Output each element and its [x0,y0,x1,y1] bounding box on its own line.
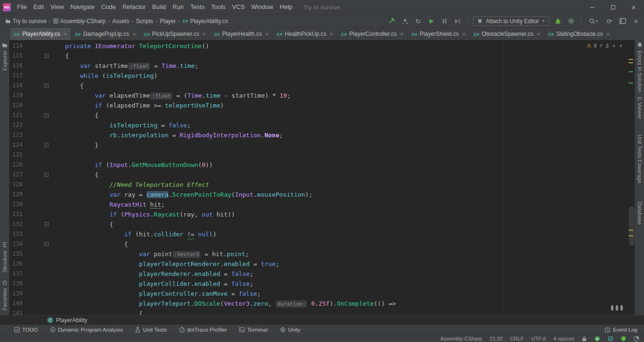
debug-bug-icon[interactable] [553,17,562,25]
menu-window[interactable]: Window [248,0,276,14]
menu-code[interactable]: Code [98,0,119,14]
line-number[interactable]: 124 [9,140,23,150]
code-text[interactable]: } [50,140,99,150]
code-text[interactable]: playerTeleportRenderer.enabled = true; [50,259,279,269]
build-hammer-icon[interactable] [387,17,396,25]
code-text[interactable]: { [50,309,143,315]
sync-solution-icon[interactable]: ⟳ [605,17,614,25]
toolwindow-button-dynamic-program-analysis[interactable]: Dynamic Program Analysis [50,327,123,333]
breadcrumb-item[interactable]: Player [158,18,177,25]
line-number[interactable]: 136 [9,259,23,269]
line-number[interactable]: 139 [9,289,23,299]
line-number[interactable]: 128 [9,180,23,190]
tab-playercontroller[interactable]: C#PlayerController.cs× [338,28,408,40]
analysis-status-icon[interactable] [594,336,600,342]
fold-marker-icon[interactable] [44,222,49,226]
toolwindow-button-il-viewer[interactable]: IL Viewer [637,97,643,119]
tab-damagepopup[interactable]: C#DamagePopUp.cs× [71,28,140,40]
line-number[interactable]: 120 [9,100,23,110]
toolwindow-button-dottrace-profiler[interactable]: dotTrace Profiler [179,327,227,333]
maximize-button[interactable] [603,0,623,14]
line-number[interactable]: 137 [9,269,23,279]
code-text[interactable]: { [50,110,99,120]
line-number[interactable]: 117 [9,71,23,81]
line-number[interactable]: 130 [9,200,23,209]
event-log-button[interactable]: Event Log [604,327,637,333]
line-number[interactable]: 125 [9,150,23,160]
code-text[interactable]: if (Input.GetMouseButtonDown(0)) [50,160,213,170]
menu-view[interactable]: View [47,0,67,14]
code-cleanup-icon[interactable] [400,17,409,25]
tab-close-icon[interactable]: × [606,31,610,38]
code-text[interactable]: private IEnumerator TeleportCoroutine() [50,41,209,51]
menu-build[interactable]: Build [149,0,169,14]
tab-slidingobstacle[interactable]: C#SlidingObstacle.cs× [545,28,614,40]
menu-navigate[interactable]: Navigate [67,0,98,14]
code-text[interactable]: isTeleporting = false; [50,120,190,130]
breadcrumb-item[interactable]: Scripts [134,18,155,25]
code-editor[interactable]: 114 private IEnumerator TeleportCoroutin… [9,40,635,315]
close-button[interactable]: × [623,0,644,14]
run-button[interactable] [427,17,436,25]
line-number[interactable]: 131 [9,209,23,219]
line-number[interactable]: 133 [9,229,23,239]
tab-playerhealth[interactable]: C#PlayerHealth.cs× [210,28,273,40]
code-text[interactable]: playerCollider.enabled = false; [50,279,254,289]
attach-to-unity-dropdown[interactable]: Attach to Unity Editor ▼ [473,16,549,26]
file-encoding[interactable]: UTF-8 [531,336,546,342]
tab-close-icon[interactable]: × [64,31,67,38]
menu-tests[interactable]: Tests [187,0,208,14]
shield-icon[interactable] [621,336,626,342]
toolwindow-button-database[interactable]: Database [637,201,643,225]
code-text[interactable]: { [50,239,128,249]
breadcrumb-class[interactable]: PlayerAbility [56,317,87,324]
code-text[interactable]: { [50,81,83,91]
line-number[interactable]: 134 [9,239,23,249]
code-text[interactable]: playerTeleport.DOScale(Vector3.zero, dur… [50,299,396,309]
toolwindow-button-favorites[interactable]: Favorites [2,288,8,310]
line-number[interactable]: 123 [9,130,23,140]
breadcrumb-item[interactable]: Assembly-CSharp [52,18,107,25]
toolbar-more-icon[interactable]: ≡ [631,17,640,25]
code-text[interactable]: var startTime:float = Time.time; [50,61,198,71]
toolwindow-button-unity[interactable]: Unity [280,327,300,333]
toolwindow-button-unit-tests-coverage[interactable]: Unit Tests Coverage [637,134,643,183]
menu-help[interactable]: Help [276,0,296,14]
code-text[interactable]: playerRenderer.enabled = false; [50,269,254,279]
fold-marker-icon[interactable] [44,83,49,88]
code-text[interactable]: if (elapsedTime >= teleportUseTime) [50,100,224,110]
toolwindow-button-unit-tests[interactable]: Unit Tests [135,327,166,333]
prev-issue-icon[interactable]: ∧ [612,43,616,48]
minimize-button[interactable] [582,0,603,14]
line-number[interactable]: 122 [9,120,23,130]
code-text[interactable]: if (Physics.Raycast(ray, out hit)) [50,209,235,219]
line-number[interactable]: 114 [9,41,23,51]
lock-icon[interactable] [582,336,587,342]
next-issue-icon[interactable]: ∨ [619,43,622,48]
breadcrumb-item[interactable]: Try to survive [4,18,48,25]
menu-file[interactable]: File [14,0,30,14]
breadcrumb-item[interactable]: C#PlayerAbility.cs [181,18,230,25]
tab-close-icon[interactable]: × [203,31,206,38]
code-text[interactable]: var point:Vector3 = hit.point; [50,249,249,259]
line-number[interactable]: 119 [9,91,23,100]
fold-marker-icon[interactable] [44,173,49,177]
tab-close-icon[interactable]: × [265,31,269,38]
line-number[interactable]: 132 [9,219,23,229]
inspections-ok-icon[interactable] [608,336,613,342]
line-number[interactable]: 118 [9,81,23,91]
line-number[interactable]: 126 [9,160,23,170]
layout-icon[interactable] [618,17,627,25]
tab-close-icon[interactable]: × [537,31,540,38]
tab-close-icon[interactable]: × [132,31,136,38]
code-text[interactable]: //Need Teleportation Effect [50,180,209,190]
tab-close-icon[interactable]: × [462,31,466,38]
search-everywhere-icon[interactable]: ▼ [586,17,601,25]
menu-refactor[interactable]: Refactor [119,0,149,14]
toolwindow-button-errors-in-solution[interactable]: Errors In Solution [637,50,643,92]
indent-style[interactable]: 4 spaces [553,336,574,342]
code-text[interactable]: { [50,51,69,61]
line-number[interactable]: 135 [9,249,23,259]
menu-edit[interactable]: Edit [30,0,47,14]
code-text[interactable]: var elapsedTime:float = (Time.time - sta… [50,91,291,100]
